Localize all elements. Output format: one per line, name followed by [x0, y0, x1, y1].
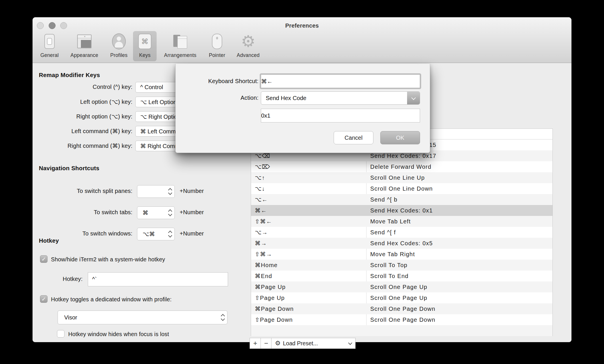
- navigation-row-label: To switch tabs:: [33, 209, 132, 216]
- hides-on-focus-lost-label: Hotkey window hides when focus is lost: [68, 331, 169, 338]
- table-row[interactable]: ⌘End Scroll To End: [251, 271, 552, 281]
- plus-number-label: +Number: [180, 188, 204, 194]
- hotkey-input[interactable]: ^`: [88, 272, 228, 286]
- hotkey-profile-popup[interactable]: Visor: [58, 311, 227, 324]
- action-cell: Send Hex Codes: 0x1: [366, 205, 433, 216]
- table-row[interactable]: ⇧⌘← Move Tab Left: [251, 216, 552, 227]
- action-cell: Scroll One Page Down: [366, 303, 435, 314]
- table-row[interactable]: ⌘Page Down Scroll One Page Down: [251, 303, 552, 314]
- action-cell: Scroll One Page Up: [366, 292, 427, 303]
- show-hide-hotkey-label: Show/hide iTerm2 with a system-wide hotk…: [51, 256, 165, 263]
- hotkey-section-title: Hotkey: [39, 237, 59, 244]
- key-combination-cell: ⌥⌦: [251, 161, 366, 172]
- load-preset-label: Load Preset...: [283, 340, 318, 347]
- ok-button[interactable]: OK: [380, 131, 420, 144]
- title-toolbar: Preferences General × Appearance Profile…: [33, 17, 571, 63]
- action-cell: Scroll One Line Down: [366, 183, 433, 194]
- edit-key-mapping-sheet: Keyboard Shortcut: ⌘← Action: Send Hex C…: [175, 64, 430, 153]
- table-row[interactable]: ⇧Page Down Scroll One Page Down: [251, 314, 552, 325]
- action-cell: Send ^[ b: [366, 194, 398, 205]
- navigation-section-title: Navigation Shortcuts: [39, 165, 99, 172]
- add-mapping-button[interactable]: +: [250, 338, 261, 349]
- hides-on-focus-lost-checkbox[interactable]: [57, 330, 64, 338]
- plus-number-label: +Number: [180, 209, 204, 216]
- key-combination-cell: ⌥↓: [251, 183, 366, 194]
- keyboard-shortcut-input[interactable]: ⌘←: [261, 74, 420, 88]
- show-hide-hotkey-checkbox[interactable]: ✓: [40, 255, 48, 263]
- remove-mapping-button[interactable]: −: [261, 338, 272, 349]
- remap-row-label: Left option (⌥) key:: [33, 98, 132, 105]
- key-combination-cell: ⌘→: [251, 238, 366, 249]
- key-combination-cell: ⌘Page Up: [251, 281, 366, 292]
- table-row[interactable]: ⌥→ Send ^[ f: [251, 227, 552, 238]
- load-preset-popup[interactable]: ⚙ Load Preset...: [271, 338, 356, 349]
- stepper-arrows-icon: [168, 209, 172, 216]
- table-row[interactable]: ⌘→ Send Hex Codes: 0x5: [251, 238, 552, 249]
- remap-row-label: Right command (⌘) key:: [33, 142, 132, 149]
- key-combination-cell: ⌥←: [251, 194, 366, 205]
- action-cell: [366, 325, 370, 336]
- table-row[interactable]: ⌘← Send Hex Codes: 0x1: [251, 205, 552, 216]
- action-label: Action:: [176, 95, 259, 101]
- action-cell: Scroll One Page Down: [366, 314, 435, 325]
- key-combination-cell: [251, 325, 366, 336]
- table-row[interactable]: ⌥↑ Scroll One Line Up: [251, 172, 552, 183]
- key-combination-cell: ⌘Page Down: [251, 303, 366, 314]
- key-combination-cell: ⇧⌘→: [251, 249, 366, 260]
- chevron-down-icon: [348, 341, 352, 345]
- table-row[interactable]: ⇧Page Up Scroll One Page Up: [251, 292, 552, 303]
- key-combination-cell: ⇧Page Down: [251, 314, 366, 325]
- key-combination-cell: ⇧Page Up: [251, 292, 366, 303]
- screenshot-stage: Preferences General × Appearance Profile…: [0, 0, 604, 364]
- keyboard-shortcut-label: Keyboard Shortcut:: [176, 78, 259, 85]
- window-title: Preferences: [33, 22, 571, 29]
- table-row[interactable]: ⌥← Send ^[ b: [251, 194, 552, 205]
- preferences-window: Preferences General × Appearance Profile…: [33, 17, 571, 342]
- action-cell: Send Hex Codes: 0x5: [366, 238, 433, 249]
- action-cell: Move Tab Left: [366, 216, 411, 227]
- action-cell: Scroll One Line Up: [366, 172, 425, 183]
- stepper-arrows-icon: [168, 231, 172, 237]
- modifier-stepper-popup[interactable]: ⌘: [137, 206, 175, 219]
- table-row[interactable]: ⌥↓ Scroll One Line Down: [251, 183, 552, 194]
- hex-code-input[interactable]: 0x1: [261, 109, 420, 122]
- action-popup[interactable]: Send Hex Code: [261, 91, 420, 105]
- key-combination-cell: ⌘End: [251, 271, 366, 281]
- table-row[interactable]: ⇧⌘→ Move Tab Right: [251, 249, 552, 260]
- key-combination-cell: ⌘Home: [251, 260, 366, 271]
- action-cell: Move Tab Right: [366, 249, 415, 260]
- toolbar-item-advanced[interactable]: ⚙ Advanced: [227, 31, 270, 58]
- cancel-button[interactable]: Cancel: [334, 131, 373, 144]
- table-row[interactable]: ⌘Page Up Scroll One Page Up: [251, 281, 552, 292]
- modifier-stepper-popup[interactable]: ⌥⌘: [137, 228, 175, 240]
- action-cell: Send ^[ f: [366, 227, 396, 238]
- navigation-row-label: To switch windows:: [33, 230, 132, 237]
- action-cell: Scroll To Top: [366, 260, 407, 271]
- key-combination-cell: ⇧⌘←: [251, 216, 366, 227]
- gear-icon: ⚙: [227, 31, 270, 52]
- preset-gear-icon: ⚙: [275, 340, 281, 347]
- key-bindings-table: Key Combination Action ⌘⌫ Send Hex Codes…: [251, 129, 553, 336]
- remap-row-label: Left command (⌘) key:: [33, 128, 132, 135]
- remap-row-label: Control (^) key:: [33, 84, 132, 90]
- stepper-arrows-icon: [221, 314, 225, 321]
- key-combination-cell: ⌥↑: [251, 172, 366, 183]
- action-cell: Scroll One Page Up: [366, 281, 427, 292]
- action-cell: Delete Forward Word: [366, 161, 432, 172]
- key-combination-cell: ⌘←: [251, 205, 366, 216]
- dedicated-window-checkbox[interactable]: ✓: [40, 295, 48, 303]
- dedicated-window-label: Hotkey toggles a dedicated window with p…: [51, 296, 172, 303]
- table-row[interactable]: ⌥⌦ Delete Forward Word: [251, 161, 552, 172]
- stepper-arrows-icon: [168, 188, 172, 195]
- hotkey-field-label: Hotkey:: [39, 276, 83, 282]
- modifier-stepper-popup[interactable]: [137, 185, 175, 198]
- table-row[interactable]: [251, 325, 552, 336]
- remap-section-title: Remap Modifier Keys: [39, 72, 100, 78]
- popup-chevron-icon: [407, 92, 420, 104]
- remap-row-label: Right option (⌥) key:: [33, 113, 132, 120]
- plus-number-label: +Number: [180, 230, 204, 237]
- navigation-row-label: To switch split panes:: [33, 188, 132, 194]
- key-combination-cell: ⌥→: [251, 227, 366, 238]
- action-cell: Scroll To End: [366, 271, 409, 281]
- table-row[interactable]: ⌘Home Scroll To Top: [251, 260, 552, 271]
